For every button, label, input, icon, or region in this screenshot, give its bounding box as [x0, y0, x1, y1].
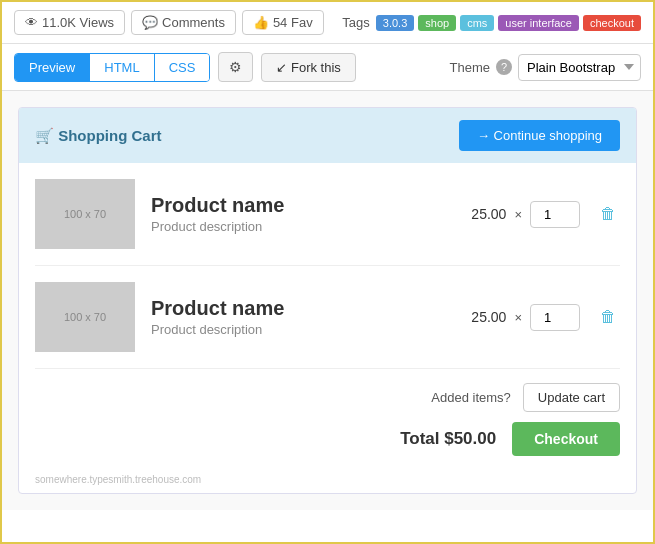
theme-label: Theme	[450, 60, 490, 75]
tag-checkout[interactable]: checkout	[583, 15, 641, 31]
comments-badge[interactable]: 💬 Comments	[131, 10, 236, 35]
cart-title: 🛒 Shopping Cart	[35, 127, 162, 145]
comment-icon: 💬	[142, 15, 158, 30]
top-bar: 👁 11.0K Views 💬 Comments 👍 54 Fav Tags 3…	[2, 2, 653, 44]
watermark: somewhere.typesmith.treehouse.com	[19, 470, 636, 493]
quantity-input[interactable]	[530, 304, 580, 331]
shopping-cart-panel: 🛒 Shopping Cart → Continue shopping 100 …	[18, 107, 637, 494]
theme-select[interactable]: Plain Bootstrap	[518, 54, 641, 81]
cart-header: 🛒 Shopping Cart → Continue shopping	[19, 108, 636, 163]
tab-css[interactable]: CSS	[155, 54, 210, 81]
price-qty-group: 25.00 ×	[471, 201, 580, 228]
theme-section: Theme ? Plain Bootstrap	[450, 54, 641, 81]
thumbs-up-icon: 👍	[253, 15, 269, 30]
main-content: 🛒 Shopping Cart → Continue shopping 100 …	[2, 91, 653, 510]
tags-label: Tags	[342, 15, 369, 30]
product-price: 25.00	[471, 309, 506, 325]
toolbar: Preview HTML CSS ⚙ ↙ Fork this Theme ? P…	[2, 44, 653, 91]
gear-icon: ⚙	[229, 59, 242, 75]
cart-footer: Added items? Update cart Total $50.00 Ch…	[19, 369, 636, 470]
fork-label: Fork this	[291, 60, 341, 75]
fav-count: 54 Fav	[273, 15, 313, 30]
quantity-input[interactable]	[530, 201, 580, 228]
product-description: Product description	[151, 322, 455, 337]
product-name: Product name	[151, 194, 455, 217]
cart-item: 100 x 70 Product name Product descriptio…	[35, 163, 620, 266]
price-qty-group: 25.00 ×	[471, 304, 580, 331]
checkout-button[interactable]: Checkout	[512, 422, 620, 456]
delete-item-button[interactable]: 🗑	[596, 201, 620, 227]
settings-button[interactable]: ⚙	[218, 52, 253, 82]
product-thumbnail: 100 x 70	[35, 179, 135, 249]
tag-cms[interactable]: cms	[460, 15, 494, 31]
cart-item: 100 x 70 Product name Product descriptio…	[35, 266, 620, 369]
product-thumbnail: 100 x 70	[35, 282, 135, 352]
tags-section: Tags 3.0.3 shop cms user interface check…	[342, 15, 641, 31]
delete-item-button[interactable]: 🗑	[596, 304, 620, 330]
continue-shopping-button[interactable]: → Continue shopping	[459, 120, 620, 151]
product-name: Product name	[151, 297, 455, 320]
views-count: 11.0K Views	[42, 15, 114, 30]
comments-label: Comments	[162, 15, 225, 30]
view-tabs: Preview HTML CSS	[14, 53, 210, 82]
fork-button[interactable]: ↙ Fork this	[261, 53, 355, 82]
tag-ui[interactable]: user interface	[498, 15, 579, 31]
product-info: Product name Product description	[151, 194, 455, 234]
cart-body: 100 x 70 Product name Product descriptio…	[19, 163, 636, 369]
cart-icon: 🛒	[35, 127, 58, 144]
update-row: Added items? Update cart	[431, 383, 620, 412]
product-description: Product description	[151, 219, 455, 234]
product-info: Product name Product description	[151, 297, 455, 337]
eye-icon: 👁	[25, 15, 38, 30]
fav-badge[interactable]: 👍 54 Fav	[242, 10, 324, 35]
tab-preview[interactable]: Preview	[15, 54, 90, 81]
times-symbol: ×	[514, 207, 522, 222]
tag-shop[interactable]: shop	[418, 15, 456, 31]
total-amount: Total $50.00	[400, 429, 496, 449]
times-symbol: ×	[514, 310, 522, 325]
added-items-text: Added items?	[431, 390, 511, 405]
tab-html[interactable]: HTML	[90, 54, 154, 81]
total-checkout-row: Total $50.00 Checkout	[35, 422, 620, 456]
views-badge: 👁 11.0K Views	[14, 10, 125, 35]
update-cart-button[interactable]: Update cart	[523, 383, 620, 412]
product-price: 25.00	[471, 206, 506, 222]
tag-303[interactable]: 3.0.3	[376, 15, 414, 31]
fork-icon: ↙	[276, 60, 287, 75]
theme-info-icon[interactable]: ?	[496, 59, 512, 75]
